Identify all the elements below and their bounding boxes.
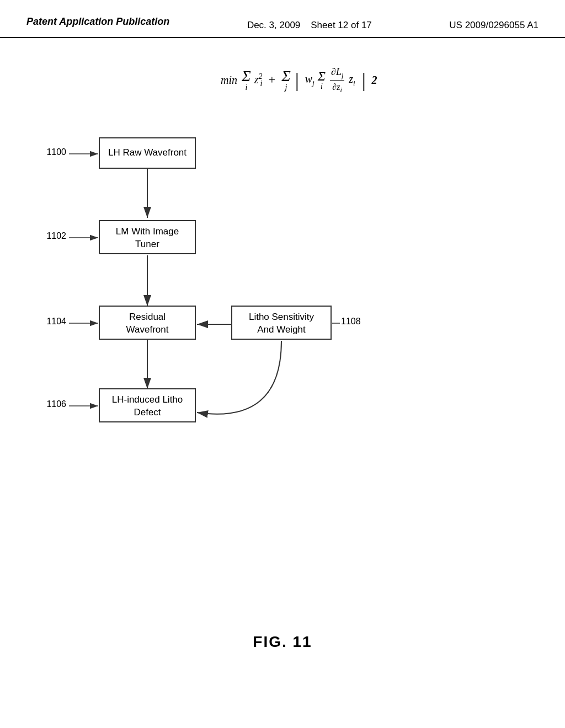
formula-plus: + xyxy=(268,73,276,87)
svg-rect-10 xyxy=(99,306,195,339)
svg-text:1102: 1102 xyxy=(46,231,66,240)
svg-text:Litho Sensitivity: Litho Sensitivity xyxy=(249,312,315,322)
math-formula: min Σ i z2i + Σ j | wj Σ i ∂Lj ∂zi zi xyxy=(221,66,377,94)
svg-text:And Weight: And Weight xyxy=(257,324,306,335)
svg-text:Residual: Residual xyxy=(129,312,166,322)
svg-text:1106: 1106 xyxy=(46,399,66,409)
publication-title: Patent Application Publication xyxy=(26,15,169,28)
formula-z2: z2i xyxy=(254,72,263,88)
svg-rect-16 xyxy=(232,306,331,339)
sum-i-block: Σ i xyxy=(242,68,251,92)
fraction-partial: ∂Lj ∂zi xyxy=(330,66,344,94)
flowchart-svg: LH Raw Wavefront LM With Image Tuner Res… xyxy=(33,110,364,452)
sheet-number: Sheet 12 of 17 xyxy=(311,20,372,30)
figure-label: FIG. 11 xyxy=(253,633,312,651)
publication-date-sheet: Dec. 3, 2009 Sheet 12 of 17 xyxy=(247,15,372,33)
svg-rect-7 xyxy=(99,221,195,254)
svg-text:1100: 1100 xyxy=(46,147,66,157)
svg-rect-13 xyxy=(99,389,195,422)
frac-denominator: ∂zi xyxy=(331,81,343,94)
formula-min: min xyxy=(221,74,237,87)
svg-text:LM With Image: LM With Image xyxy=(116,226,179,237)
patent-number: US 2009/0296055 A1 xyxy=(449,15,539,33)
svg-text:Tuner: Tuner xyxy=(135,239,159,249)
publication-date: Dec. 3, 2009 xyxy=(247,20,300,30)
sum-i-inner: Σ i xyxy=(318,69,326,90)
page-header: Patent Application Publication Dec. 3, 2… xyxy=(0,0,565,38)
abs-left-bracket: | xyxy=(294,70,300,90)
svg-text:1108: 1108 xyxy=(341,317,361,326)
svg-rect-5 xyxy=(99,138,195,168)
svg-text:LH-induced Litho: LH-induced Litho xyxy=(112,394,183,405)
sum-j-block: Σ j xyxy=(281,68,291,92)
svg-text:Defect: Defect xyxy=(134,407,161,417)
frac-numerator: ∂Lj xyxy=(330,66,344,81)
svg-text:Wavefront: Wavefront xyxy=(126,324,169,335)
w-j: wj xyxy=(305,73,315,88)
svg-text:1104: 1104 xyxy=(46,317,66,326)
abs-inner: wj Σ i ∂Lj ∂zi zi xyxy=(303,66,358,94)
formula-zi: zi xyxy=(349,73,355,88)
abs-right-bracket: | xyxy=(361,70,366,90)
svg-text:LH Raw Wavefront: LH Raw Wavefront xyxy=(108,147,186,158)
formula-power-2: 2 xyxy=(372,74,377,87)
